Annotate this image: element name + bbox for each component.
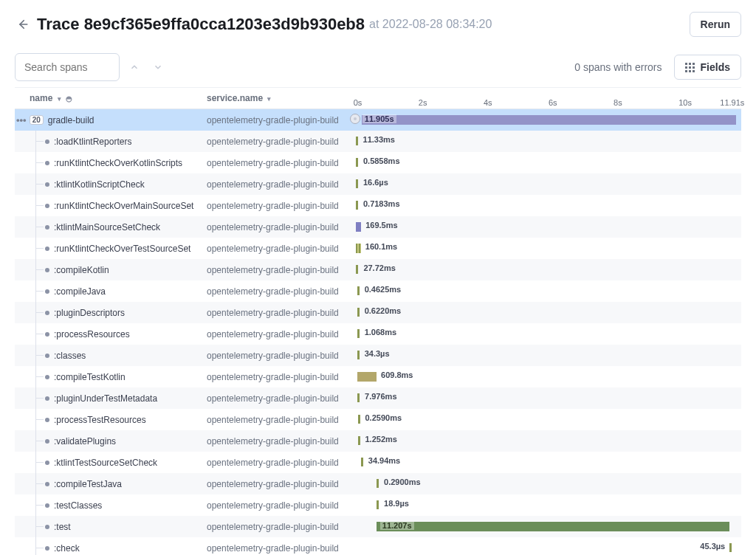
span-dot-icon xyxy=(45,139,49,144)
span-row[interactable]: :testClassesopentelemetry-gradle-plugin-… xyxy=(15,494,741,516)
span-row[interactable]: :loadKtlintReportersopentelemetry-gradle… xyxy=(15,131,741,152)
timeline-tick: 8s xyxy=(614,98,622,107)
next-result-button[interactable] xyxy=(149,58,167,76)
service-name: opentelemetry-gradle-plugin-build xyxy=(207,265,347,275)
span-bar-cell[interactable]: 1.068ms xyxy=(347,323,741,345)
span-bar[interactable] xyxy=(377,479,379,488)
actions-icon[interactable]: ••• xyxy=(16,114,27,125)
span-tree-cell: :validatePlugins xyxy=(15,430,207,452)
span-bar[interactable] xyxy=(358,415,360,424)
span-bar-cell[interactable]: 160.1ms xyxy=(347,238,741,259)
fields-button[interactable]: Fields xyxy=(674,55,741,80)
span-bar-cell[interactable]: 0.2590ms xyxy=(347,409,741,430)
timeline-tick: 6s xyxy=(549,98,557,107)
span-row[interactable]: :runKtlintCheckOverTestSourceSetopentele… xyxy=(15,238,741,259)
search-input[interactable] xyxy=(15,53,120,81)
span-row[interactable]: :ktlintMainSourceSetCheckopentelemetry-g… xyxy=(15,216,741,238)
span-bar-cell[interactable]: 0.7183ms xyxy=(347,195,741,216)
span-bar[interactable] xyxy=(357,351,360,359)
span-bar[interactable] xyxy=(358,436,360,445)
span-row[interactable]: :compileTestKotlinopentelemetry-gradle-p… xyxy=(15,366,741,387)
service-name: opentelemetry-gradle-plugin-build xyxy=(207,415,347,425)
span-bar[interactable] xyxy=(729,543,732,552)
span-tree-cell: :compileJava xyxy=(15,280,207,302)
span-row[interactable]: :processTestResourcesopentelemetry-gradl… xyxy=(15,409,741,430)
prev-result-button[interactable] xyxy=(126,58,143,76)
span-bar[interactable] xyxy=(377,522,729,531)
span-bar[interactable] xyxy=(356,201,358,210)
span-bar-cell[interactable]: 1.252ms xyxy=(347,430,741,452)
span-bar[interactable] xyxy=(356,265,358,274)
span-row[interactable]: :compileJavaopentelemetry-gradle-plugin-… xyxy=(15,280,741,302)
span-bar-cell[interactable]: 609.8ms xyxy=(347,366,741,387)
span-bar-cell[interactable]: 7.976ms xyxy=(347,387,741,409)
span-duration-label: 0.2900ms xyxy=(384,478,421,486)
span-bar-cell[interactable]: 27.72ms xyxy=(347,259,741,280)
span-row[interactable]: :classesopentelemetry-gradle-plugin-buil… xyxy=(15,345,741,366)
span-bar[interactable] xyxy=(361,458,363,466)
span-duration-label: 34.94ms xyxy=(368,456,400,465)
span-row[interactable]: :compileKotlinopentelemetry-gradle-plugi… xyxy=(15,259,741,280)
span-bar-cell[interactable]: 34.3µs xyxy=(347,345,741,366)
span-bar-cell[interactable]: 18.9µs xyxy=(347,494,741,516)
span-row[interactable]: :ktlintTestSourceSetCheckopentelemetry-g… xyxy=(15,452,741,473)
span-bar[interactable] xyxy=(356,244,361,253)
span-tree-cell: :ktlintTestSourceSetCheck xyxy=(15,452,207,473)
span-bar[interactable] xyxy=(357,286,360,295)
span-bar-cell[interactable]: 0.4625ms xyxy=(347,280,741,302)
span-row[interactable]: •••20gradle-buildopentelemetry-gradle-pl… xyxy=(15,109,741,131)
span-row[interactable]: :testopentelemetry-gradle-plugin-build11… xyxy=(15,516,741,537)
span-bar[interactable] xyxy=(357,308,360,317)
span-bar[interactable] xyxy=(362,115,736,125)
span-dot-icon xyxy=(45,396,49,401)
span-bar[interactable] xyxy=(357,393,360,402)
child-count-badge[interactable]: 20 xyxy=(30,115,44,125)
back-arrow-icon[interactable] xyxy=(15,17,30,32)
timeline-tick: 4s xyxy=(484,98,492,107)
span-bar-cell[interactable]: 34.94ms xyxy=(347,452,741,473)
service-name: opentelemetry-gradle-plugin-build xyxy=(207,543,347,554)
span-tree-cell: :runKtlintCheckOverKotlinScripts xyxy=(15,152,207,173)
span-bar[interactable] xyxy=(377,500,379,509)
span-row[interactable]: :pluginUnderTestMetadataopentelemetry-gr… xyxy=(15,387,741,409)
span-row[interactable]: :runKtlintCheckOverKotlinScriptsopentele… xyxy=(15,152,741,173)
span-tree-cell: •••20gradle-build xyxy=(15,114,207,125)
span-bar[interactable] xyxy=(356,158,358,167)
span-dot-icon xyxy=(45,375,49,379)
span-bar[interactable] xyxy=(357,372,377,382)
span-row[interactable]: :pluginDescriptorsopentelemetry-gradle-p… xyxy=(15,302,741,323)
span-bar[interactable] xyxy=(356,179,358,188)
service-name: opentelemetry-gradle-plugin-build xyxy=(207,372,347,382)
span-row[interactable]: :checkopentelemetry-gradle-plugin-build4… xyxy=(15,537,741,555)
span-bar-cell[interactable]: 45.3µs xyxy=(347,537,741,555)
span-row[interactable]: :runKtlintCheckOverMainSourceSetopentele… xyxy=(15,195,741,216)
span-bar-cell[interactable]: 0.5858ms xyxy=(347,152,741,173)
span-dot-icon xyxy=(45,439,49,444)
column-header-name[interactable]: name ▾ ◓ xyxy=(15,93,207,103)
span-name: :runKtlintCheckOverKotlinScripts xyxy=(54,158,182,168)
span-bar-cell[interactable]: 169.5ms xyxy=(347,216,741,238)
span-bar[interactable] xyxy=(356,222,361,232)
span-bar-cell[interactable]: 0.2900ms xyxy=(347,473,741,494)
trace-start-marker xyxy=(350,114,360,124)
span-bar-cell[interactable]: 0.6220ms xyxy=(347,302,741,323)
span-dot-icon xyxy=(45,247,49,251)
span-row[interactable]: :ktlintKotlinScriptCheckopentelemetry-gr… xyxy=(15,173,741,195)
span-bar-cell[interactable]: 11.905s xyxy=(347,109,741,131)
span-row[interactable]: :processResourcesopentelemetry-gradle-pl… xyxy=(15,323,741,345)
span-row[interactable]: :compileTestJavaopentelemetry-gradle-plu… xyxy=(15,473,741,494)
span-bar[interactable] xyxy=(356,137,358,145)
span-name: :testClasses xyxy=(54,500,102,511)
span-duration-label: 11.207s xyxy=(380,521,414,530)
service-name: opentelemetry-gradle-plugin-build xyxy=(207,351,347,361)
span-bar-cell[interactable]: 11.33ms xyxy=(347,131,741,152)
span-bar-cell[interactable]: 16.6µs xyxy=(347,173,741,195)
span-duration-label: 160.1ms xyxy=(365,242,397,251)
column-header-service[interactable]: service.name ▾ xyxy=(207,93,347,103)
span-bar-cell[interactable]: 11.207s xyxy=(347,516,741,537)
span-bar[interactable] xyxy=(357,329,360,338)
span-row[interactable]: :validatePluginsopentelemetry-gradle-plu… xyxy=(15,430,741,452)
service-name: opentelemetry-gradle-plugin-build xyxy=(207,222,347,232)
service-name: opentelemetry-gradle-plugin-build xyxy=(207,436,347,447)
rerun-button[interactable]: Rerun xyxy=(690,12,741,37)
